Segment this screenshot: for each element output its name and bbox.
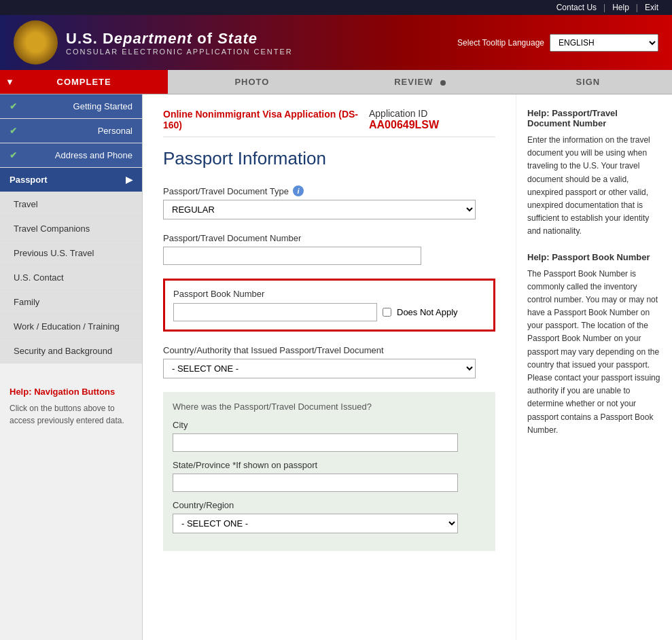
sidebar-item-address-phone[interactable]: Address and Phone <box>0 143 142 168</box>
country-region-select[interactable]: - SELECT ONE - <box>173 514 458 533</box>
help-heading-2: Help: Passport Book Number <box>527 252 661 262</box>
help-section-1: Help: Passport/Travel Document Number En… <box>527 108 661 238</box>
book-number-input[interactable] <box>173 303 377 321</box>
issued-where-section: Where was the Passport/Travel Document I… <box>163 392 495 551</box>
tab-complete[interactable]: COMPLETE <box>0 70 168 94</box>
country-issued-label: Country/Authority that Issued Passport/T… <box>163 345 495 355</box>
review-dot <box>440 80 446 86</box>
exit-link[interactable]: Exit <box>638 3 665 12</box>
doc-type-label: Passport/Travel Document Type i <box>163 185 495 196</box>
state-field: State/Province *If shown on passport <box>173 460 486 492</box>
page-subtitle: Online Nonimmigrant Visa Application (DS… <box>163 109 369 130</box>
doc-type-section: Passport/Travel Document Type i REGULAR … <box>163 185 495 219</box>
page-title: Passport Information <box>163 148 495 169</box>
country-issued-section: Country/Authority that Issued Passport/T… <box>163 345 495 378</box>
nav-tabs: COMPLETE PHOTO REVIEW SIGN <box>0 70 672 94</box>
sidebar-item-security-background[interactable]: Security and Background <box>0 339 142 363</box>
header-right: Select Tooltip Language ENGLISH <box>457 34 658 52</box>
sidebar-item-travel[interactable]: Travel <box>0 192 142 217</box>
city-label: City <box>173 420 486 430</box>
arrow-icon: ▶ <box>126 175 132 185</box>
header: ♔ U.S. Department of State CONSULAR ELEC… <box>0 15 672 70</box>
sidebar-item-passport[interactable]: Passport ▶ <box>0 168 142 192</box>
country-issued-select[interactable]: - SELECT ONE - <box>163 359 476 378</box>
book-number-label: Passport Book Number <box>173 289 485 299</box>
issued-where-label: Where was the Passport/Travel Document I… <box>173 402 486 412</box>
agency-seal: ♔ <box>14 20 58 65</box>
content-area: Getting Started Personal Address and Pho… <box>0 94 672 640</box>
help-section-2: Help: Passport Book Number The Passport … <box>527 252 661 437</box>
header-left: ♔ U.S. Department of State CONSULAR ELEC… <box>14 20 293 65</box>
book-number-row: Does Not Apply <box>173 303 485 321</box>
doc-number-input[interactable] <box>163 247 421 265</box>
page-header: Online Nonimmigrant Visa Application (DS… <box>163 108 495 137</box>
does-not-apply-checkbox[interactable] <box>383 308 391 317</box>
city-input[interactable] <box>173 433 458 452</box>
sidebar-item-previous-travel[interactable]: Previous U.S. Travel <box>0 241 142 266</box>
sidebar-help-title: Help: Navigation Buttons <box>10 387 132 397</box>
sidebar-item-work-education[interactable]: Work / Education / Training <box>0 315 142 339</box>
state-input[interactable] <box>173 474 458 492</box>
department-name: U.S. Department of State <box>66 30 293 48</box>
sidebar-item-personal[interactable]: Personal <box>0 119 142 143</box>
doc-number-section: Passport/Travel Document Number <box>163 233 495 265</box>
country-region-field: Country/Region - SELECT ONE - <box>173 500 486 533</box>
tab-sign[interactable]: SIGN <box>504 70 672 94</box>
sidebar-help-text: Click on the buttons above to access pre… <box>10 402 132 427</box>
doc-type-select[interactable]: REGULAR OFFICIAL DIPLOMATIC LAISSEZ-PASS… <box>163 200 476 219</box>
main-content: Online Nonimmigrant Visa Application (DS… <box>143 94 516 640</box>
sidebar-item-family[interactable]: Family <box>0 290 142 315</box>
sidebar-item-us-contact[interactable]: U.S. Contact <box>0 266 142 290</box>
contact-us-link[interactable]: Contact Us <box>550 3 603 12</box>
help-text-1: Enter the information on the travel docu… <box>527 134 661 238</box>
tab-photo[interactable]: PHOTO <box>168 70 336 94</box>
country-region-label: Country/Region <box>173 500 486 510</box>
sidebar-help: Help: Navigation Buttons Click on the bu… <box>0 377 142 436</box>
help-text-2: The Passport Book Number is commonly cal… <box>527 268 661 437</box>
book-number-highlight-box: Passport Book Number Does Not Apply <box>163 279 495 332</box>
tooltip-lang-label: Select Tooltip Language <box>457 38 544 48</box>
help-heading-1: Help: Passport/Travel Document Number <box>527 108 661 128</box>
top-bar: Contact Us | Help | Exit <box>0 0 672 15</box>
does-not-apply-label: Does Not Apply <box>397 307 458 317</box>
sidebar-item-getting-started[interactable]: Getting Started <box>0 94 142 119</box>
doc-number-label: Passport/Travel Document Number <box>163 233 495 243</box>
help-link[interactable]: Help <box>605 3 636 12</box>
doc-type-info-icon[interactable]: i <box>293 185 304 196</box>
tab-review[interactable]: REVIEW <box>336 70 504 94</box>
tooltip-language-select[interactable]: ENGLISH <box>550 34 658 52</box>
agency-subtitle: CONSULAR ELECTRONIC APPLICATION CENTER <box>66 48 293 56</box>
state-label: State/Province *If shown on passport <box>173 460 486 470</box>
application-id: Application ID AA00649LSW <box>369 108 495 131</box>
sidebar: Getting Started Personal Address and Pho… <box>0 94 143 640</box>
city-field: City <box>173 420 486 452</box>
help-panel: Help: Passport/Travel Document Number En… <box>516 94 672 640</box>
header-title: U.S. Department of State CONSULAR ELECTR… <box>66 30 293 56</box>
sidebar-item-travel-companions[interactable]: Travel Companions <box>0 217 142 241</box>
